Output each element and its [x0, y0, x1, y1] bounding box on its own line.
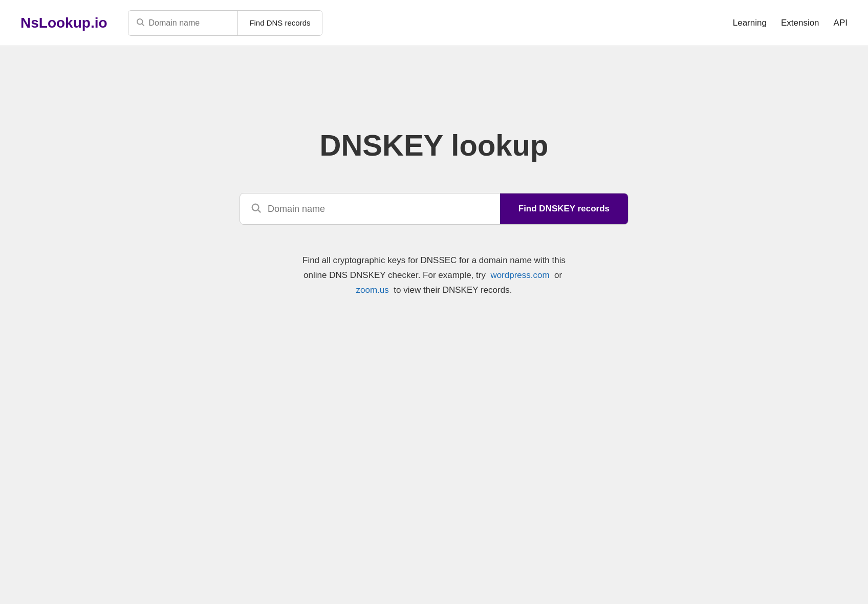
description-line2: online DNS DNSKEY checker. For example, … — [303, 270, 486, 280]
nav-api-link[interactable]: API — [834, 18, 848, 28]
site-logo[interactable]: NsLookup.io — [20, 15, 107, 31]
site-header: NsLookup.io Find DNS records Learning Ex… — [0, 0, 868, 46]
main-content: DNSKEY lookup Find DNSKEY records Find a… — [0, 46, 868, 298]
header-search-icon — [136, 17, 145, 29]
header-nav: Learning Extension API — [733, 18, 848, 28]
svg-point-0 — [137, 19, 143, 25]
header-search-input-area — [128, 11, 238, 35]
main-search-input-area — [240, 193, 500, 224]
page-title: DNSKEY lookup — [320, 128, 549, 162]
main-search-icon — [250, 202, 262, 216]
header-find-dns-button[interactable]: Find DNS records — [237, 11, 321, 35]
svg-point-2 — [252, 204, 259, 210]
main-find-dnskey-button[interactable]: Find DNSKEY records — [500, 193, 628, 224]
description-or-text: or — [554, 270, 562, 280]
nav-learning-link[interactable]: Learning — [733, 18, 767, 28]
header-search-bar: Find DNS records — [128, 10, 322, 36]
main-domain-input[interactable] — [268, 193, 490, 224]
svg-line-3 — [258, 210, 261, 212]
description-line3: to view their DNSKEY records. — [394, 285, 512, 295]
nav-extension-link[interactable]: Extension — [781, 18, 819, 28]
wordpress-link[interactable]: wordpress.com — [490, 270, 549, 280]
header-domain-input[interactable] — [149, 11, 231, 35]
svg-line-1 — [142, 24, 144, 26]
description-text: Find all cryptographic keys for DNSSEC f… — [302, 253, 566, 298]
description-line1: Find all cryptographic keys for DNSSEC f… — [302, 255, 566, 265]
main-search-bar: Find DNSKEY records — [240, 193, 628, 225]
zoom-link[interactable]: zoom.us — [356, 285, 389, 295]
